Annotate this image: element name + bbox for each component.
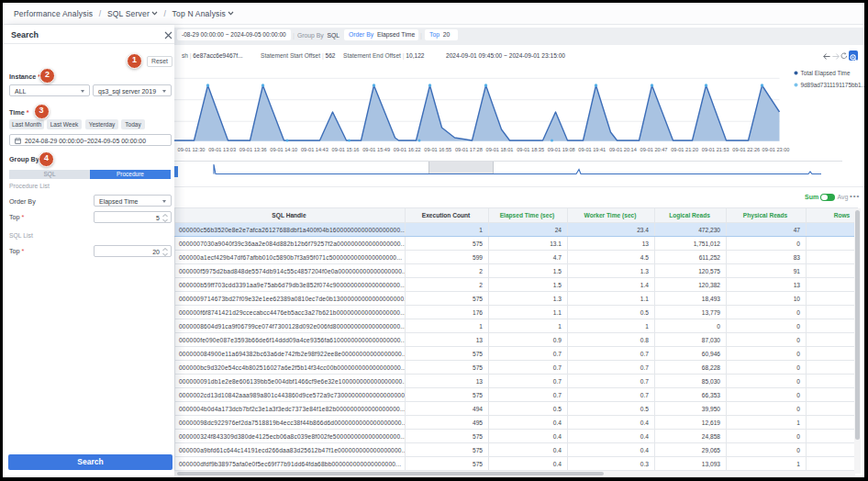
svg-text:09-01 19:41: 09-01 19:41 xyxy=(578,147,606,152)
svg-text:Total Elapsed Time: Total Elapsed Time xyxy=(801,70,851,77)
svg-text:09-01 19:08: 09-01 19:08 xyxy=(548,147,575,152)
svg-text:09-01 21:20: 09-01 21:20 xyxy=(671,147,698,152)
svg-text:09-01 23:00: 09-01 23:00 xyxy=(762,147,790,152)
svg-text:09-01 21:53: 09-01 21:53 xyxy=(702,147,729,152)
svg-text:09-01 22:26: 09-01 22:26 xyxy=(732,147,760,152)
svg-text:09-01 18:01: 09-01 18:01 xyxy=(486,147,514,152)
svg-text:09-01 14:10: 09-01 14:10 xyxy=(270,147,297,152)
svg-text:09-01 17:28: 09-01 17:28 xyxy=(455,147,483,152)
svg-text:09-01 14:43: 09-01 14:43 xyxy=(301,147,328,152)
svg-text:9d89ad7311191175bb1...: 9d89ad7311191175bb1... xyxy=(801,82,865,88)
svg-text:09-01 15:16: 09-01 15:16 xyxy=(332,147,360,152)
svg-text:09-01 20:14: 09-01 20:14 xyxy=(609,147,637,152)
svg-text:09-01 20:47: 09-01 20:47 xyxy=(640,147,668,152)
svg-text:09-01 15:49: 09-01 15:49 xyxy=(362,147,390,152)
svg-text:09-01 12:30: 09-01 12:30 xyxy=(178,147,206,152)
svg-text:09-01 13:36: 09-01 13:36 xyxy=(239,147,267,152)
svg-text:09-01 18:35: 09-01 18:35 xyxy=(517,147,544,152)
svg-text:09-01 16:55: 09-01 16:55 xyxy=(424,147,451,152)
svg-text:09-01 16:22: 09-01 16:22 xyxy=(394,147,421,152)
svg-text:09-01 13:03: 09-01 13:03 xyxy=(208,147,236,152)
